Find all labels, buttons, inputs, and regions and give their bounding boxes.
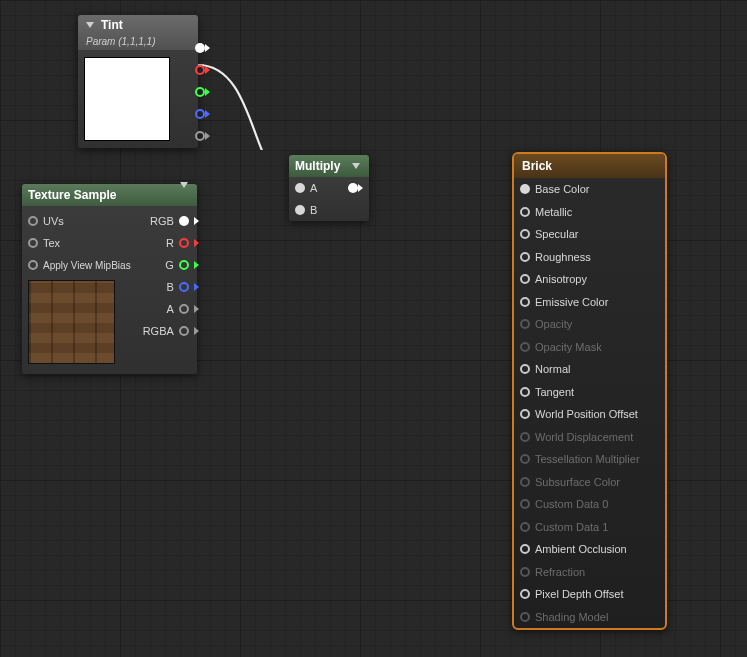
input-label: Tessellation Multiplier: [535, 453, 640, 465]
input-pin[interactable]: [520, 387, 530, 397]
output-pin-rgb[interactable]: [179, 216, 189, 226]
material-input-tessellation-multiplier[interactable]: Tessellation Multiplier: [514, 448, 665, 471]
output-pin-g[interactable]: [195, 87, 205, 97]
material-input-metallic[interactable]: Metallic: [514, 201, 665, 224]
input-label: Tex: [43, 237, 60, 249]
input-pin[interactable]: [520, 342, 530, 352]
collapse-icon[interactable]: [86, 22, 94, 28]
material-input-world-position-offset[interactable]: World Position Offset: [514, 403, 665, 426]
node-title: Texture Sample: [28, 188, 116, 202]
input-label: Shading Model: [535, 611, 608, 623]
input-pin[interactable]: [520, 567, 530, 577]
output-pins: [195, 43, 210, 141]
input-label: World Position Offset: [535, 408, 638, 420]
material-input-custom-data-0[interactable]: Custom Data 0: [514, 493, 665, 516]
input-label: B: [310, 204, 317, 216]
input-label: Emissive Color: [535, 296, 608, 308]
input-label: Pixel Depth Offset: [535, 588, 623, 600]
node-header[interactable]: Tint Param (1,1,1,1): [78, 15, 198, 50]
input-pin[interactable]: [520, 252, 530, 262]
material-input-roughness[interactable]: Roughness: [514, 246, 665, 269]
input-label: Normal: [535, 363, 570, 375]
input-pin-a[interactable]: [295, 183, 305, 193]
output-label: B: [166, 281, 173, 293]
material-input-base-color[interactable]: Base Color: [514, 178, 665, 201]
input-pin[interactable]: [520, 274, 530, 284]
output-pin-r[interactable]: [195, 65, 205, 75]
output-pin-a[interactable]: [179, 304, 189, 314]
material-input-emissive-color[interactable]: Emissive Color: [514, 291, 665, 314]
material-input-pixel-depth-offset[interactable]: Pixel Depth Offset: [514, 583, 665, 606]
input-pin[interactable]: [520, 229, 530, 239]
output-pin[interactable]: [348, 183, 358, 193]
texture-thumbnail[interactable]: [28, 280, 115, 364]
expand-icon[interactable]: [180, 188, 191, 202]
output-pin-g[interactable]: [179, 260, 189, 270]
input-pin[interactable]: [520, 207, 530, 217]
input-label: Metallic: [535, 206, 572, 218]
input-pin-tex[interactable]: [28, 238, 38, 248]
output-pin-r[interactable]: [179, 238, 189, 248]
input-label: Anisotropy: [535, 273, 587, 285]
node-header[interactable]: Texture Sample: [22, 184, 197, 206]
material-result-node[interactable]: Brick Base ColorMetallicSpecularRoughnes…: [512, 152, 667, 630]
input-label: World Displacement: [535, 431, 633, 443]
input-pin[interactable]: [520, 612, 530, 622]
input-label: Specular: [535, 228, 578, 240]
output-pin-rgba[interactable]: [195, 43, 205, 53]
material-input-specular[interactable]: Specular: [514, 223, 665, 246]
material-input-tangent[interactable]: Tangent: [514, 381, 665, 404]
output-label: RGB: [150, 215, 174, 227]
node-header[interactable]: Brick: [514, 154, 665, 178]
input-pin[interactable]: [520, 454, 530, 464]
color-swatch[interactable]: [84, 57, 170, 141]
material-input-subsurface-color[interactable]: Subsurface Color: [514, 471, 665, 494]
input-pin[interactable]: [520, 409, 530, 419]
input-pin-b[interactable]: [295, 205, 305, 215]
input-pin-uvs[interactable]: [28, 216, 38, 226]
material-input-shading-model[interactable]: Shading Model: [514, 606, 665, 629]
input-label: Opacity: [535, 318, 572, 330]
material-input-custom-data-1[interactable]: Custom Data 1: [514, 516, 665, 539]
material-input-world-displacement[interactable]: World Displacement: [514, 426, 665, 449]
collapse-icon[interactable]: [352, 163, 360, 169]
material-input-normal[interactable]: Normal: [514, 358, 665, 381]
node-subtitle: Param (1,1,1,1): [86, 36, 155, 47]
material-input-ambient-occlusion[interactable]: Ambient Occlusion: [514, 538, 665, 561]
material-input-refraction[interactable]: Refraction: [514, 561, 665, 584]
output-label: RGBA: [143, 325, 174, 337]
output-pin-rgba[interactable]: [179, 326, 189, 336]
output-label: A: [166, 303, 173, 315]
input-label: Custom Data 0: [535, 498, 608, 510]
input-pin[interactable]: [520, 499, 530, 509]
output-pin-a[interactable]: [195, 131, 205, 141]
input-pin[interactable]: [520, 364, 530, 374]
output-pin-b[interactable]: [195, 109, 205, 119]
input-pin[interactable]: [520, 184, 530, 194]
node-title: Brick: [522, 159, 552, 173]
input-pin[interactable]: [520, 432, 530, 442]
input-pin[interactable]: [520, 477, 530, 487]
input-label: Custom Data 1: [535, 521, 608, 533]
multiply-node[interactable]: Multiply A B: [289, 155, 369, 221]
material-input-opacity[interactable]: Opacity: [514, 313, 665, 336]
input-pin[interactable]: [520, 589, 530, 599]
input-label: Roughness: [535, 251, 591, 263]
input-pin-mipbias[interactable]: [28, 260, 38, 270]
input-pin[interactable]: [520, 319, 530, 329]
input-pin[interactable]: [520, 522, 530, 532]
input-label: A: [310, 182, 317, 194]
input-label: Refraction: [535, 566, 585, 578]
output-label: R: [166, 237, 174, 249]
output-label: G: [165, 259, 174, 271]
texture-sample-node[interactable]: Texture Sample UVs Tex Apply View MipBia…: [22, 184, 197, 374]
input-pin[interactable]: [520, 544, 530, 554]
input-label: Ambient Occlusion: [535, 543, 627, 555]
input-pin[interactable]: [520, 297, 530, 307]
input-label: Apply View MipBias: [43, 260, 131, 271]
material-input-anisotropy[interactable]: Anisotropy: [514, 268, 665, 291]
output-pin-b[interactable]: [179, 282, 189, 292]
node-header[interactable]: Multiply: [289, 155, 369, 177]
tint-param-node[interactable]: Tint Param (1,1,1,1): [78, 15, 198, 148]
material-input-opacity-mask[interactable]: Opacity Mask: [514, 336, 665, 359]
